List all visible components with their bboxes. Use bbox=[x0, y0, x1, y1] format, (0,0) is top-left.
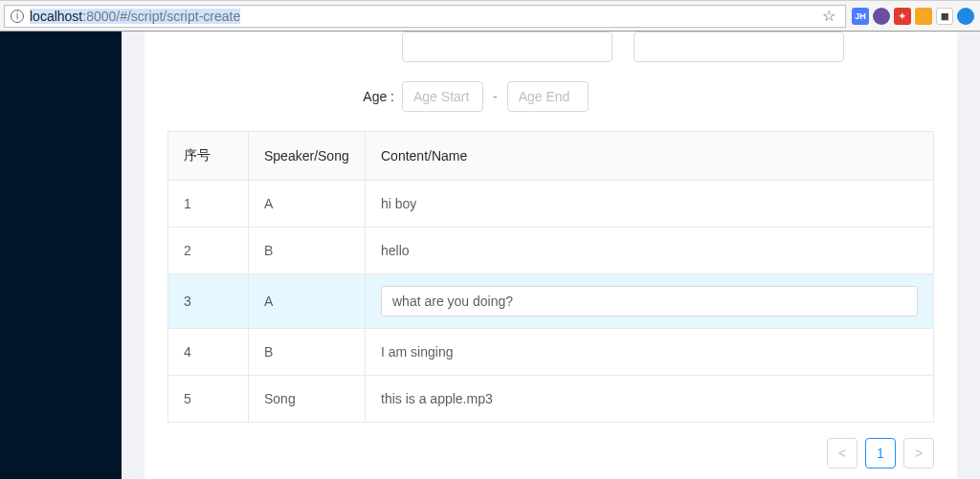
cell-index: 3 bbox=[168, 274, 249, 329]
age-end-input[interactable] bbox=[507, 81, 589, 112]
chevron-right-icon: > bbox=[915, 446, 923, 461]
pagination-page-1[interactable]: 1 bbox=[865, 438, 896, 468]
pagination-prev[interactable]: < bbox=[827, 438, 858, 468]
browser-address-bar: i localhost:8000/#/script/script-create … bbox=[0, 0, 980, 32]
age-range-separator: - bbox=[493, 89, 498, 104]
extension-icons: JH ✦ ▦ bbox=[852, 8, 976, 25]
age-form-row: Age : - bbox=[167, 81, 934, 112]
table-row[interactable]: 2Bhello bbox=[168, 228, 934, 274]
table-row[interactable]: 5Songthis is a apple.mp3 bbox=[168, 376, 934, 423]
extension-purple-icon[interactable] bbox=[873, 8, 890, 25]
table-row[interactable]: 1Ahi boy bbox=[168, 181, 934, 228]
cell-index: 4 bbox=[168, 329, 249, 376]
cell-speaker: A bbox=[249, 274, 366, 329]
address-input-wrap[interactable]: i localhost:8000/#/script/script-create … bbox=[4, 5, 846, 28]
main-content: Age : - 序号 Speaker/Song Content/Name 1Ah… bbox=[122, 32, 980, 479]
chevron-left-icon: < bbox=[838, 446, 846, 461]
cell-index: 5 bbox=[168, 376, 249, 423]
table-row[interactable]: 3A bbox=[168, 274, 934, 329]
th-speaker: Speaker/Song bbox=[249, 132, 366, 181]
age-start-input[interactable] bbox=[402, 81, 483, 112]
bookmark-star-icon[interactable]: ☆ bbox=[818, 7, 839, 25]
cell-speaker: Song bbox=[249, 376, 366, 423]
age-label: Age : bbox=[167, 89, 402, 104]
pagination-next[interactable]: > bbox=[903, 438, 934, 468]
form-row-top bbox=[167, 32, 934, 62]
table-row[interactable]: 4BI am singing bbox=[168, 329, 934, 376]
extension-red-icon[interactable]: ✦ bbox=[894, 8, 911, 25]
cell-speaker: B bbox=[249, 329, 366, 376]
th-content: Content/Name bbox=[366, 132, 934, 181]
cell-index: 2 bbox=[168, 228, 249, 274]
script-table: 序号 Speaker/Song Content/Name 1Ahi boy2Bh… bbox=[167, 131, 934, 423]
extension-qr-icon[interactable]: ▦ bbox=[936, 8, 953, 25]
th-index: 序号 bbox=[168, 132, 249, 181]
top-field-1[interactable] bbox=[402, 32, 612, 62]
info-icon[interactable]: i bbox=[11, 10, 24, 23]
cell-speaker: A bbox=[249, 181, 366, 228]
cell-content: this is a apple.mp3 bbox=[366, 376, 934, 423]
sidebar bbox=[0, 32, 122, 479]
cell-content bbox=[366, 274, 934, 329]
content-edit-input[interactable] bbox=[381, 286, 918, 316]
top-field-2[interactable] bbox=[634, 32, 844, 62]
extension-jh-icon[interactable]: JH bbox=[852, 8, 869, 25]
page-number: 1 bbox=[877, 446, 884, 461]
cell-speaker: B bbox=[249, 228, 366, 274]
extension-blue-icon[interactable] bbox=[957, 8, 974, 25]
cell-index: 1 bbox=[168, 181, 249, 228]
url-text: localhost:8000/#/script/script-create bbox=[30, 9, 240, 24]
extension-orange-icon[interactable] bbox=[915, 8, 932, 25]
cell-content: hi boy bbox=[366, 181, 934, 228]
cell-content: hello bbox=[366, 228, 934, 274]
cell-content: I am singing bbox=[366, 329, 934, 376]
pagination: < 1 > bbox=[167, 438, 934, 468]
